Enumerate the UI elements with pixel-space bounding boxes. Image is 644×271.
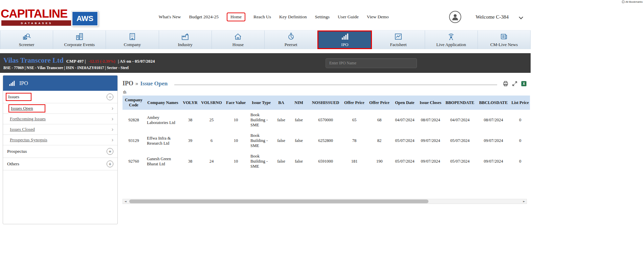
column-header-bbclosdate[interactable]: BBCLOSDATE <box>476 96 510 110</box>
ribbon-item-corporate-events[interactable]: Corporate Events <box>53 30 106 49</box>
cell-nim: false <box>288 130 309 151</box>
table-row[interactable]: 93129Effwa Infra & Research Ltd39610Book… <box>123 130 530 151</box>
all-bookmarks-button[interactable]: All Bookmarks <box>622 0 643 3</box>
column-header-list-price[interactable]: List Price <box>510 96 530 110</box>
column-header-face-value[interactable]: Face Value <box>223 96 248 110</box>
breadcrumb-separator-icon: » <box>135 80 138 87</box>
sidebar-item-issues-closed[interactable]: Issues Closed› <box>3 124 117 135</box>
column-header-volsrno[interactable]: VOLSRNO <box>200 96 223 110</box>
chevron-right-icon[interactable]: › <box>112 105 113 111</box>
expand-icon[interactable]: + <box>107 161 113 167</box>
sidebar-item-label: Others <box>7 161 19 167</box>
ribbon-item-label: Screener <box>19 42 34 47</box>
sidebar-item-label: Issues Open <box>8 104 45 112</box>
ribbon-item-label: Factsheet <box>390 42 406 47</box>
company-identifiers: BSE - 77069 | NSE - Vilas Transcore | IS… <box>3 66 155 70</box>
column-header-issue-type[interactable]: Issue Type <box>248 96 274 110</box>
table-row[interactable]: 92760Ganesh Green Bharat Ltd382410Book B… <box>123 151 530 172</box>
chevron-right-icon[interactable]: › <box>112 137 113 143</box>
ribbon-item-industry[interactable]: Industry <box>159 30 212 49</box>
user-account-menu[interactable]: Welcome C-384 <box>449 11 523 23</box>
sidebar-item-prospectus-synopsis[interactable]: Prospectus Synopsis› <box>3 135 117 145</box>
cell-open-date: 05/07/2024 <box>392 130 418 151</box>
scroll-right-arrow-icon[interactable]: ► <box>521 200 527 203</box>
scrollbar-thumb[interactable] <box>129 200 428 203</box>
ipo-bars-icon <box>341 33 349 41</box>
sidebar-item-label: Prospectus Synopsis <box>10 137 47 143</box>
cell-issue-type: Book Building - SME <box>248 130 274 151</box>
column-header-ba[interactable]: BA <box>274 96 288 110</box>
company-name: Vilas Transcore Ltd <box>3 56 64 65</box>
ipo-sidebar: IPO Issues−Issues Open›Forthcoming Issue… <box>3 75 118 224</box>
avatar[interactable] <box>449 11 461 23</box>
cell-company-code: 93129 <box>123 130 145 151</box>
ipo-issues-table: Company CodeCompany NamesVOLYRVOLSRNOFac… <box>123 96 530 172</box>
sidebar-item-prospectus[interactable]: Prospectus+ <box>3 145 117 158</box>
chevron-down-icon[interactable] <box>519 15 523 19</box>
column-header-bbopendate[interactable]: BBOPENDATE <box>443 96 476 110</box>
ribbon-item-factsheet[interactable]: Factsheet <box>372 30 425 49</box>
column-header-volyr[interactable]: VOLYR <box>181 96 200 110</box>
horizontal-scrollbar[interactable]: ◄ ► <box>123 199 527 204</box>
chevron-right-icon[interactable]: › <box>112 126 113 132</box>
column-header-open-date[interactable]: Open Date <box>392 96 418 110</box>
scroll-left-arrow-icon[interactable]: ◄ <box>123 200 128 203</box>
column-header-noshissued[interactable]: NOSHISSUED <box>309 96 342 110</box>
column-header-issue-closes[interactable]: Issue Closes <box>418 96 443 110</box>
ribbon-item-company[interactable]: Company <box>106 30 159 49</box>
ribbon-item-live-application[interactable]: Live Application <box>425 30 478 49</box>
column-header-offer-price-2[interactable]: Offer Price <box>367 96 392 110</box>
cell-company-names: Ganesh Green Bharat Ltd <box>145 151 181 172</box>
cell-issue-type: Book Building - SME <box>248 110 274 130</box>
aws-badge: AWS <box>72 11 98 26</box>
column-header-offer-price[interactable]: Offer Price <box>342 96 367 110</box>
table-row[interactable]: 92828Ambey Laboratories Ltd382510Book Bu… <box>123 110 530 130</box>
price-change: -12.15 (-2.39%) <box>88 59 115 64</box>
cell-company-code: 92760 <box>123 151 145 172</box>
collapse-icon[interactable]: − <box>107 93 113 100</box>
topnav-link-user-guide[interactable]: User Guide <box>338 14 359 20</box>
ribbon-item-house[interactable]: House <box>212 30 265 49</box>
ipo-bars-icon <box>8 80 15 87</box>
cell-offer-price: 68 <box>367 110 392 130</box>
topnav-link-key-definition[interactable]: Key Definition <box>279 14 307 20</box>
cell-issue-closes: 08/07/2024 <box>418 110 443 130</box>
app-content: CAPITALINE DATABASES AWS What's NewBudge… <box>0 4 531 224</box>
ribbon-item-cm-live-news[interactable]: CM-Live News <box>478 30 531 49</box>
cell-ba: false <box>274 151 288 172</box>
topnav-link-settings[interactable]: Settings <box>315 14 330 20</box>
ribbon-item-peerset[interactable]: Peerset <box>265 30 317 49</box>
topnav-link-home[interactable]: Home <box>227 13 245 21</box>
cell-bbclosdate: 09/07/2024 <box>476 130 510 151</box>
capitaline-logo[interactable]: CAPITALINE DATABASES AWS <box>1 7 98 27</box>
scrollbar-track[interactable] <box>128 199 521 204</box>
topnav-link-reach-us[interactable]: Reach Us <box>253 14 271 20</box>
sidebar-item-issues-open[interactable]: Issues Open› <box>3 103 117 114</box>
topnav-link-budget-2024-25[interactable]: Budget 2024-25 <box>189 14 219 20</box>
industry-icon <box>181 33 189 41</box>
expand-icon[interactable]: + <box>107 148 113 155</box>
as-on-date: | AS on - 05/07/2024 <box>118 59 155 64</box>
chevron-right-icon[interactable]: › <box>112 116 113 122</box>
ribbon-item-ipo[interactable]: IPO <box>317 30 372 49</box>
logo-subtitle: DATABASES <box>1 20 71 26</box>
sidebar-item-forthcoming-issues[interactable]: Forthcoming Issues› <box>3 114 117 124</box>
cell-open-date: 05/07/2024 <box>392 151 418 172</box>
expand-icon[interactable] <box>512 81 518 87</box>
excel-export-icon[interactable]: X <box>521 81 527 87</box>
topnav-link-view-demo[interactable]: View Demo <box>367 14 389 20</box>
svg-text:X: X <box>523 81 525 85</box>
ipo-search-input[interactable] <box>326 58 417 68</box>
sidebar-item-others[interactable]: Others+ <box>3 158 117 170</box>
print-icon[interactable] <box>503 81 509 87</box>
ribbon-item-screener[interactable]: Screener <box>0 30 53 49</box>
topnav-link-what-s-new[interactable]: What's New <box>159 14 181 20</box>
peerset-icon <box>287 33 295 41</box>
cell-face-value: 10 <box>223 110 248 130</box>
sidebar-item-issues[interactable]: Issues− <box>3 91 117 103</box>
company-icon <box>128 33 136 41</box>
column-header-company-names[interactable]: Company Names <box>145 96 181 110</box>
column-header-nim[interactable]: NIM <box>288 96 309 110</box>
column-header-company-code[interactable]: Company Code <box>123 96 145 110</box>
stray-text: th <box>123 90 527 95</box>
